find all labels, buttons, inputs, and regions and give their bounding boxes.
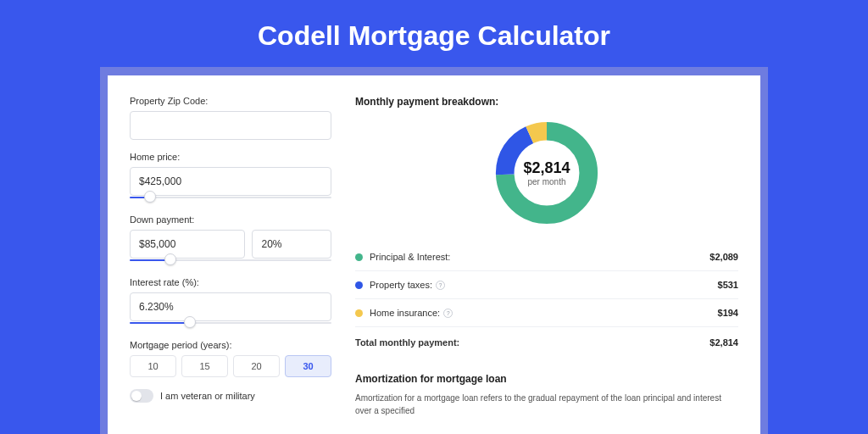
interest-rate-input[interactable] xyxy=(130,292,331,321)
donut-chart-wrap: $2,814 per month xyxy=(355,118,738,228)
legend-value: $194 xyxy=(718,308,738,318)
mortgage-period-15[interactable]: 15 xyxy=(181,355,228,377)
legend-row: Home insurance:?$194 xyxy=(355,299,738,327)
legend-dot-icon xyxy=(355,281,363,289)
legend-total-value: $2,814 xyxy=(709,337,738,348)
legend-label: Home insurance:? xyxy=(370,308,718,318)
info-icon[interactable]: ? xyxy=(436,281,445,290)
breakdown-heading: Monthly payment breakdown: xyxy=(355,96,738,108)
down-payment-slider[interactable] xyxy=(130,257,331,265)
home-price-label: Home price: xyxy=(130,152,331,162)
donut-sub: per month xyxy=(527,177,565,186)
mortgage-period-20[interactable]: 20 xyxy=(233,355,280,377)
info-icon[interactable]: ? xyxy=(443,309,453,318)
zip-field: Property Zip Code: xyxy=(130,96,331,140)
veteran-toggle[interactable] xyxy=(130,389,153,403)
veteran-toggle-row: I am veteran or military xyxy=(130,389,331,403)
breakdown-panel: Monthly payment breakdown: $2,814 per mo… xyxy=(355,96,738,417)
donut-center: $2,814 per month xyxy=(492,118,602,228)
legend-value: $2,089 xyxy=(709,252,738,262)
panel-band: Property Zip Code: Home price: Down paym… xyxy=(100,67,768,434)
page-title: Codell Mortgage Calculator xyxy=(0,0,868,67)
legend-value: $531 xyxy=(718,280,738,290)
mortgage-period-options: 10152030 xyxy=(130,355,331,377)
mortgage-period-30[interactable]: 30 xyxy=(285,355,331,377)
down-payment-percent-input[interactable] xyxy=(252,230,331,259)
legend-row: Property taxes:?$531 xyxy=(355,271,738,299)
mortgage-period-field: Mortgage period (years): 10152030 xyxy=(130,340,331,377)
mortgage-period-label: Mortgage period (years): xyxy=(130,340,331,350)
legend: Principal & Interest:$2,089Property taxe… xyxy=(355,243,738,327)
veteran-toggle-label: I am veteran or military xyxy=(160,391,255,401)
legend-label: Property taxes:? xyxy=(370,280,718,290)
mortgage-period-10[interactable]: 10 xyxy=(130,355,176,377)
legend-row: Principal & Interest:$2,089 xyxy=(355,243,738,271)
down-payment-field: Down payment: xyxy=(130,214,331,265)
home-price-field: Home price: xyxy=(130,152,331,203)
down-payment-amount-input[interactable] xyxy=(130,230,245,259)
calculator-card: Property Zip Code: Home price: Down paym… xyxy=(108,75,760,434)
amortization-heading: Amortization for mortgage loan xyxy=(355,373,738,385)
zip-input[interactable] xyxy=(130,111,331,140)
donut-amount: $2,814 xyxy=(523,159,570,177)
interest-rate-label: Interest rate (%): xyxy=(130,277,331,287)
input-panel: Property Zip Code: Home price: Down paym… xyxy=(130,96,331,417)
donut-chart: $2,814 per month xyxy=(492,118,602,228)
legend-dot-icon xyxy=(355,253,363,261)
home-price-slider[interactable] xyxy=(130,194,331,203)
legend-total-label: Total monthly payment: xyxy=(355,337,709,348)
home-price-input[interactable] xyxy=(130,167,331,196)
amortization-text: Amortization for a mortgage loan refers … xyxy=(355,392,738,417)
interest-rate-slider[interactable] xyxy=(130,320,331,328)
legend-label: Principal & Interest: xyxy=(370,252,709,262)
zip-label: Property Zip Code: xyxy=(130,96,331,106)
legend-dot-icon xyxy=(355,309,363,317)
legend-total-row: Total monthly payment: $2,814 xyxy=(355,327,738,356)
down-payment-label: Down payment: xyxy=(130,214,331,225)
interest-rate-field: Interest rate (%): xyxy=(130,277,331,328)
